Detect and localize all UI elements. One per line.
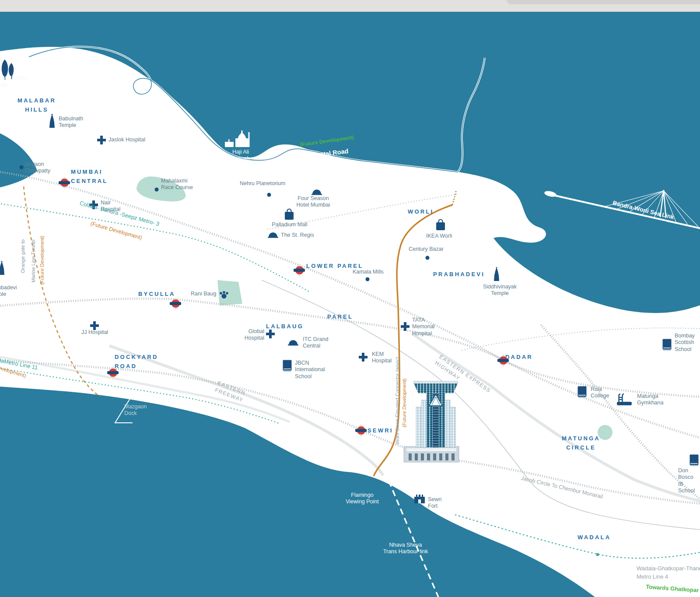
landmark-dome-icon (288, 339, 298, 346)
poi-label: TATA Memorial Hospital (412, 317, 434, 337)
poi-label: Jaslok Hospital (108, 137, 145, 143)
railway-station-marker-byculla (170, 298, 181, 309)
poi-label: Mumbadevi Temple (0, 284, 17, 298)
area-label: DADAR (505, 353, 533, 362)
zoo-paw-icon (220, 291, 228, 299)
railway-station-marker-dockyard-road (107, 367, 119, 378)
route-label: (Future Development) (401, 365, 408, 440)
fort-icon (414, 493, 425, 503)
area-label: WADALA (578, 533, 611, 542)
route-label: Bandra-Worli Sea Link (612, 199, 688, 225)
poi-label: Matunga Gymkhana (637, 393, 663, 407)
route-label: Towards Ghatkopar (645, 583, 699, 595)
poi-label: The St. Regis (281, 232, 314, 239)
poi-label: Kamala Mills (353, 269, 384, 275)
temple-icon (0, 261, 6, 276)
school-book-icon (662, 339, 672, 351)
area-label: MUMBAI CENTRAL (71, 168, 108, 186)
railway-station-marker-mumbai-central (59, 177, 70, 188)
landmark-dome-icon (312, 188, 322, 195)
poi-label: Century Bazar (409, 246, 444, 253)
scrollbar-tab[interactable] (507, 0, 700, 4)
label-layer: MALABAR HILLSMUMBAI CENTRALWORLILOWER PA… (0, 0, 700, 597)
poi-label: Nehru Planetorium (240, 180, 285, 187)
hospital-cross-icon (97, 136, 106, 144)
poi-label: Haji Ali Dargah (227, 149, 255, 162)
gymkhana-pool-icon (617, 393, 633, 406)
window-top-bar (0, 0, 700, 12)
poi-label: Rani Baug (191, 291, 216, 297)
school-book-icon (690, 454, 699, 466)
area-label: MATUNGA CIRCLE (555, 434, 607, 453)
route-label: (Future Development) (38, 227, 46, 293)
hospital-cross-icon (359, 353, 368, 362)
poi-label: Babulnath Temple (59, 116, 83, 129)
route-label: Colaba- Bandra -Seepz Metro- 3 (79, 199, 182, 234)
hospital-cross-icon (401, 322, 410, 331)
route-label: Orange gate to (19, 225, 27, 287)
area-label: PAREL (327, 313, 353, 322)
location-dot-icon (365, 277, 370, 281)
poi-label: Palladium Mall (263, 221, 316, 228)
mosque-icon (225, 130, 250, 148)
poi-label: Sewri Fort (428, 496, 441, 510)
poi-label: IKEA Worli (426, 233, 452, 239)
poi-label: KEM Hospital (372, 351, 392, 365)
poi-label: Bombay Scottish School (675, 333, 695, 353)
area-label: WORLI (408, 207, 434, 217)
location-dot-icon (154, 187, 159, 192)
route-label: Wadala-Ghatkopar-Thane Metro Line 4 (637, 565, 700, 581)
poi-label: Ruia College (591, 386, 609, 400)
poi-label: ITC Grand Central (303, 336, 328, 350)
location-dot-icon (267, 193, 271, 197)
hospital-cross-icon (266, 330, 275, 338)
poi-label: JJ Hospital (81, 329, 108, 336)
route-label: Costal Road (311, 147, 349, 160)
area-label: DOCKYARD ROAD (115, 353, 158, 371)
railway-station-marker-lower-parel (294, 264, 305, 276)
school-book-icon (283, 360, 292, 372)
route-label: Jacob Circle To Chembur Monarail (520, 474, 620, 504)
area-label: SEWRI (368, 426, 393, 435)
shopping-bag-icon (284, 208, 294, 220)
poi-label: Girgaon Chowpatty (24, 161, 50, 175)
poi-label: Four Season Hotel Mumbai (289, 195, 338, 209)
railway-station-marker-dadar (497, 355, 509, 366)
poi-label: Mazgaon Dock (124, 404, 147, 417)
shopping-bag-icon (436, 219, 445, 231)
area-label: PRABHADEVI (433, 270, 485, 279)
poi-label: Priyadarshini Park (0, 75, 28, 89)
poi-label: JBCN International School (295, 360, 325, 380)
route-label: EASTERN FREEWAY (214, 379, 272, 414)
route-label: Worli-Sewri Elevated Connector (wsec) (394, 335, 401, 466)
location-dot-icon (19, 165, 24, 169)
hospital-cross-icon (90, 321, 99, 330)
route-label: Marine Line Tunnel (30, 228, 37, 294)
school-book-icon (578, 386, 587, 398)
route-label: (Future Development) (90, 220, 143, 242)
location-dot-icon (425, 256, 430, 260)
landmark-dome-icon (268, 231, 278, 238)
poi-label: Flamingo Viewing Point (341, 492, 383, 506)
poi-label: Don Bosco IB School (678, 467, 700, 494)
poi-label: Nhava Sheva Trans Harbour link (377, 542, 434, 555)
poi-label: Mahalaxmi Race Course (161, 178, 193, 191)
temple-icon (493, 267, 500, 282)
mumbai-location-map: MALABAR HILLSMUMBAI CENTRALWORLILOWER PA… (0, 0, 700, 597)
poi-label: Siddhivinayak Temple (477, 284, 523, 297)
railway-station-marker-sewri (355, 425, 367, 436)
area-label: MALABAR HILLS (6, 96, 67, 115)
temple-icon (48, 114, 56, 129)
poi-label: Global Hospital (240, 328, 264, 342)
